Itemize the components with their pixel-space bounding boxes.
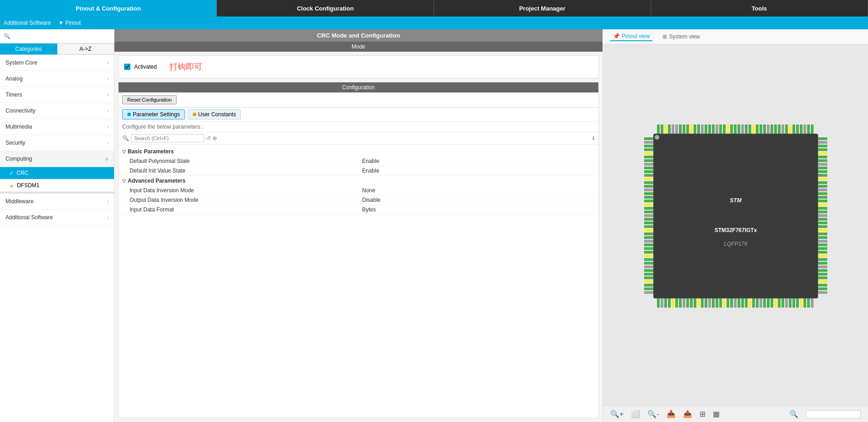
chip-name: STM32F767IGTx [714,227,757,233]
info-icon: ℹ [592,135,595,141]
sidebar-item-system-core[interactable]: System Core › [0,55,114,71]
svg-rect-43 [807,124,810,134]
next-search-icon[interactable]: ⊕ [212,135,217,141]
chevron-right-icon: › [107,140,108,146]
svg-rect-161 [818,247,827,250]
sub-nav: Additional Software ▼ Pinout [0,16,868,29]
config-section: Configuration Reset Configuration Parame… [118,82,599,418]
tab-pinout-view[interactable]: 📌 Pinout view [610,32,652,41]
tab-clock-config[interactable]: Clock Configuration [217,0,434,16]
svg-rect-130 [644,291,653,294]
svg-rect-118 [644,247,653,250]
activated-checkbox[interactable] [124,64,130,70]
config-description: Configure the below parameters : [119,122,598,132]
sidebar-search-input[interactable] [12,32,110,40]
svg-rect-72 [756,298,759,308]
fit-view-button[interactable]: ⬜ [631,410,640,418]
svg-rect-73 [760,298,762,308]
svg-rect-69 [745,298,748,308]
svg-rect-37 [785,124,788,134]
tab-parameter-settings[interactable]: Parameter Settings [122,109,185,119]
export-button[interactable]: 📤 [683,410,692,418]
svg-rect-48 [668,298,671,308]
sidebar-item-security[interactable]: Security › [0,135,114,151]
top-pins [657,124,814,134]
param-row-output-inversion: Output Data Inversion Mode Disable [119,195,598,205]
import-button[interactable]: 📥 [667,410,676,418]
pinout-view-icon: 📌 [613,33,620,39]
svg-rect-53 [686,298,689,308]
sidebar: 🔍 Categories A->Z System Core › Analog ›… [0,29,114,422]
advanced-params-header[interactable]: ▽ Advanced Parameters [119,176,598,186]
svg-rect-137 [818,159,827,162]
svg-rect-158 [818,236,827,239]
reset-search-icon[interactable]: ↺ [206,135,211,141]
subnav-pinout[interactable]: ▼ Pinout [58,20,81,26]
grid-view-button[interactable]: ⊞ [700,410,705,418]
svg-rect-171 [818,284,827,287]
sidebar-label-computing: Computing [5,156,32,162]
zoom-in-button[interactable]: 🔍+ [610,410,624,418]
tab-system-view[interactable]: ⊞ System view [660,32,702,41]
svg-rect-5 [668,124,671,134]
svg-rect-3 [661,124,663,134]
sidebar-item-multimedia[interactable]: Multimedia › [0,119,114,135]
tab-pinout-config[interactable]: Pinout & Configuration [0,0,217,16]
sidebar-item-computing[interactable]: Computing ∨ [0,151,114,167]
sidebar-item-additional-software[interactable]: Additional Software › [0,210,114,226]
svg-rect-86 [807,298,810,308]
svg-rect-18 [716,124,718,134]
chevron-right-icon: › [107,215,108,220]
tab-project-manager[interactable]: Project Manager [434,0,651,16]
tab-user-constants[interactable]: User Constants [188,109,241,119]
svg-rect-1 [654,135,817,298]
param-row-polynomial: Default Polynomial State Enable [119,157,598,166]
svg-rect-173 [818,291,827,294]
svg-rect-163 [818,254,827,257]
svg-rect-110 [644,218,653,221]
svg-rect-102 [644,189,653,191]
basic-params-header[interactable]: ▽ Basic Parameters [119,146,598,157]
subnav-additional-software[interactable]: Additional Software [4,20,51,26]
sidebar-item-middleware[interactable]: Middleware › [0,194,114,210]
sidebar-subitem-crc[interactable]: ✓ CRC [0,167,114,179]
sidebar-label-timers: Timers [5,92,22,98]
svg-rect-140 [818,170,827,173]
sidebar-item-connectivity[interactable]: Connectivity › [0,103,114,119]
svg-rect-79 [781,298,784,308]
sidebar-tab-az[interactable]: A->Z [57,43,114,54]
param-value-init: Enable [362,168,595,174]
reset-config-button[interactable]: Reset Configuration [122,95,177,104]
main-layout: 🔍 Categories A->Z System Core › Analog ›… [0,29,868,422]
svg-rect-39 [792,124,795,134]
svg-rect-141 [818,174,827,177]
svg-rect-121 [644,258,653,261]
center-panel: CRC Mode and Configuration Mode Activate… [114,29,602,422]
svg-rect-103 [644,192,653,195]
param-search-input[interactable] [131,134,204,142]
svg-rect-131 [818,137,827,140]
triangle-down-icon: ▽ [122,179,126,184]
sidebar-item-timers[interactable]: Timers › [0,87,114,103]
toolbar-search-input[interactable] [806,410,861,418]
svg-rect-62 [719,298,722,308]
sidebar-subitem-dfsdm1[interactable]: ▲ DFSDM1 [0,179,114,192]
table-view-button[interactable]: ▦ [713,410,720,418]
zoom-out-button[interactable]: 🔍- [647,410,659,418]
tab-tools[interactable]: Tools [651,0,868,16]
svg-rect-113 [644,229,653,232]
sidebar-item-analog[interactable]: Analog › [0,71,114,87]
warning-icon: ▲ [9,183,14,188]
chip-view: STM STM32F767IGTx LQFP176 [603,44,868,406]
panel-title: CRC Mode and Configuration [114,29,602,42]
search-btn[interactable]: 🔍 [789,410,798,418]
param-value-input-format: Bytes [362,206,595,213]
svg-rect-133 [818,145,827,147]
svg-rect-120 [644,254,653,257]
param-value-polynomial: Enable [362,158,595,164]
activated-label[interactable]: Activated [134,64,157,70]
svg-rect-7 [675,124,678,134]
svg-rect-162 [818,251,827,254]
svg-rect-68 [741,298,744,308]
sidebar-tab-categories[interactable]: Categories [0,43,57,54]
